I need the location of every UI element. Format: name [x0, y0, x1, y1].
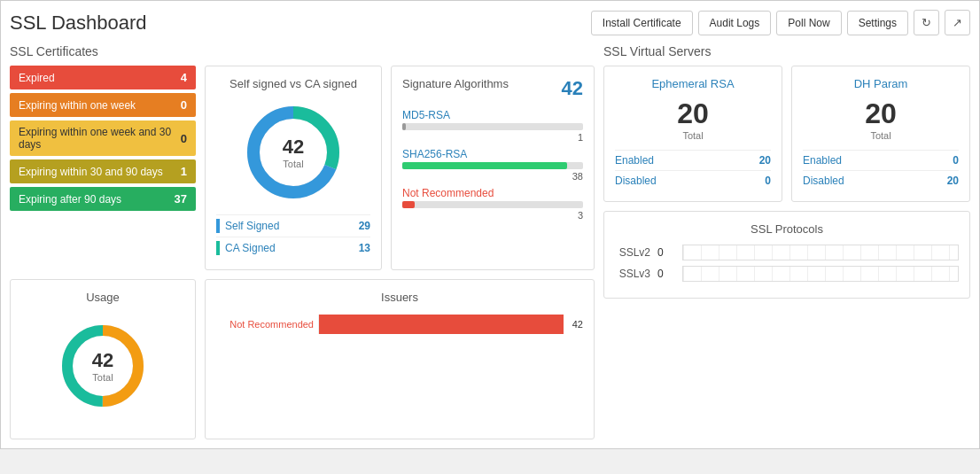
issuers-chart: Not Recommended 42 — [216, 313, 583, 334]
ephemeral-rsa-total-label: Total — [615, 130, 771, 141]
usage-donut-label: 42 Total — [92, 349, 113, 383]
bottom-section: Usage 42 Total — [10, 279, 595, 439]
issuers-chart-area: Not Recommended 42 — [216, 315, 583, 334]
poll-now-button[interactable]: Poll Now — [776, 11, 841, 35]
cert-item-expiring-week-30[interactable]: Expiring within one week and 30 days 0 — [10, 120, 196, 156]
protocol-rows: SSLv2 0 SSLv3 0 — [615, 245, 959, 282]
dh-param-enabled-label: Enabled — [803, 154, 842, 167]
vserver-title: SSL Virtual Servers — [603, 44, 970, 58]
donut-label: 42 Total — [283, 136, 304, 169]
sig-name-not-rec[interactable]: Not Recommended — [402, 187, 583, 199]
sig-count-md5: 1 — [402, 132, 583, 143]
external-link-icon-button[interactable]: ↗ — [945, 10, 970, 35]
cert-item-expiring-30-90[interactable]: Expiring within 30 and 90 days 1 — [10, 159, 196, 183]
page-title: SSL Dashboard — [10, 12, 147, 35]
ca-signed-label: CA Signed — [225, 242, 276, 254]
vserver-cards-row: Ephemeral RSA 20 Total Enabled 20 Disabl… — [603, 66, 970, 202]
issuer-count-not-rec: 42 — [572, 319, 583, 330]
cert-count-expiring-week: 0 — [181, 98, 187, 112]
left-panel: SSL Certificates Expired 4 Expiring with… — [10, 44, 595, 439]
cert-label-expiring-30-90: Expiring within 30 and 90 days — [19, 166, 163, 178]
issuers-box: Issuers — [205, 279, 595, 439]
ephemeral-rsa-disabled-count: 0 — [765, 175, 771, 187]
issuer-bar-not-rec — [319, 315, 564, 334]
sig-count-sha256: 38 — [402, 171, 583, 182]
cert-label-expired: Expired — [19, 72, 55, 84]
ssl-protocols-title: SSL Protocols — [615, 222, 959, 236]
issuers-title: Issuers — [216, 291, 583, 304]
usage-title: Usage — [21, 291, 184, 304]
protocol-grid-sslv2 — [682, 245, 959, 260]
self-signed-count: 29 — [359, 220, 370, 232]
protocol-label-sslv3: SSLv3 — [615, 268, 650, 280]
dh-param-disabled-count: 20 — [947, 175, 959, 187]
ephemeral-rsa-enabled-count: 20 — [759, 154, 771, 167]
sig-bar-fill-md5 — [402, 123, 406, 130]
sig-bar-bg-not-rec — [402, 201, 583, 208]
cert-count-expiring-after-90: 37 — [175, 192, 187, 206]
self-signed-legend[interactable]: Self Signed 29 — [216, 214, 370, 237]
ephemeral-rsa-enabled[interactable]: Enabled 20 — [615, 150, 771, 170]
sig-bar-fill-not-rec — [402, 201, 415, 208]
refresh-icon-button[interactable]: ↻ — [914, 10, 939, 35]
sig-algo-header: Signature Algorithms 42 — [402, 77, 583, 100]
self-ca-total-label: Total — [283, 159, 304, 169]
self-signed-bar-indicator — [216, 219, 220, 233]
ephemeral-rsa-card: Ephemeral RSA 20 Total Enabled 20 Disabl… — [603, 66, 782, 202]
cert-label-expiring-week-30: Expiring within one week and 30 days — [19, 126, 181, 151]
protocol-row-sslv2: SSLv2 0 — [615, 245, 959, 260]
ephemeral-rsa-total: 20 — [615, 97, 771, 130]
self-ca-total: 42 — [283, 136, 304, 159]
cert-list: Expired 4 Expiring within one week 0 Exp… — [10, 66, 196, 270]
header-buttons: Install Certificate Audit Logs Poll Now … — [591, 10, 970, 35]
ephemeral-rsa-title: Ephemeral RSA — [615, 77, 771, 90]
ca-signed-legend[interactable]: CA Signed 13 — [216, 237, 370, 259]
install-certificate-button[interactable]: Install Certificate — [591, 11, 693, 35]
settings-button[interactable]: Settings — [847, 11, 908, 35]
usage-donut: 42 Total — [50, 313, 156, 419]
protocol-grid-sslv3 — [682, 266, 959, 282]
sig-name-sha256[interactable]: SHA256-RSA — [402, 148, 583, 160]
cert-item-expiring-after-90[interactable]: Expiring after 90 days 37 — [10, 187, 196, 211]
dh-param-total-label: Total — [803, 130, 959, 141]
dh-param-enabled[interactable]: Enabled 0 — [803, 150, 959, 170]
usage-total: 42 — [92, 349, 113, 372]
cert-count-expiring-30-90: 1 — [181, 165, 187, 178]
sig-row-md5: MD5-RSA 1 — [402, 109, 583, 143]
ssl-protocols-box: SSL Protocols SSLv2 0 SSLv3 0 — [603, 211, 970, 299]
dh-param-title: DH Param — [803, 77, 959, 90]
cert-count-expired: 4 — [181, 71, 187, 84]
sig-name-md5[interactable]: MD5-RSA — [402, 109, 583, 121]
self-ca-title: Self signed vs CA signed — [216, 77, 370, 90]
dh-param-card: DH Param 20 Total Enabled 0 Disabled 20 — [791, 66, 970, 202]
issuer-row-not-rec[interactable]: Not Recommended 42 — [216, 315, 583, 334]
ephemeral-rsa-disabled-label: Disabled — [615, 175, 657, 187]
sig-algo-title: Signature Algorithms — [402, 77, 509, 90]
cert-count-expiring-week-30: 0 — [181, 132, 187, 145]
sig-bar-bg-md5 — [402, 123, 583, 130]
self-signed-label: Self Signed — [225, 220, 279, 232]
ssl-certificates-title: SSL Certificates — [10, 44, 595, 58]
sig-bar-bg-sha256 — [402, 162, 583, 169]
dh-param-total: 20 — [803, 97, 959, 130]
content-area: SSL Certificates Expired 4 Expiring with… — [10, 44, 970, 439]
right-panel: SSL Virtual Servers Ephemeral RSA 20 Tot… — [603, 44, 970, 439]
sig-row-sha256: SHA256-RSA 38 — [402, 148, 583, 182]
audit-logs-button[interactable]: Audit Logs — [698, 11, 772, 35]
cert-label-expiring-after-90: Expiring after 90 days — [19, 193, 121, 206]
protocol-label-sslv2: SSLv2 — [615, 246, 650, 259]
ephemeral-rsa-disabled[interactable]: Disabled 0 — [615, 170, 771, 190]
protocol-count-sslv2: 0 — [657, 246, 675, 259]
sig-bar-fill-sha256 — [402, 162, 567, 169]
sig-algo-total: 42 — [562, 77, 583, 100]
dh-param-disabled-label: Disabled — [803, 175, 844, 187]
cert-item-expiring-week[interactable]: Expiring within one week 0 — [10, 93, 196, 117]
cert-label-expiring-week: Expiring within one week — [19, 99, 136, 112]
ephemeral-rsa-enabled-label: Enabled — [615, 154, 654, 167]
self-ca-box: Self signed vs CA signed 42 Tota — [205, 66, 382, 270]
protocol-row-sslv3: SSLv3 0 — [615, 266, 959, 282]
usage-total-label: Total — [92, 372, 113, 383]
cert-item-expired[interactable]: Expired 4 — [10, 66, 196, 89]
issuer-label-not-rec: Not Recommended — [216, 319, 314, 330]
dh-param-disabled[interactable]: Disabled 20 — [803, 170, 959, 190]
